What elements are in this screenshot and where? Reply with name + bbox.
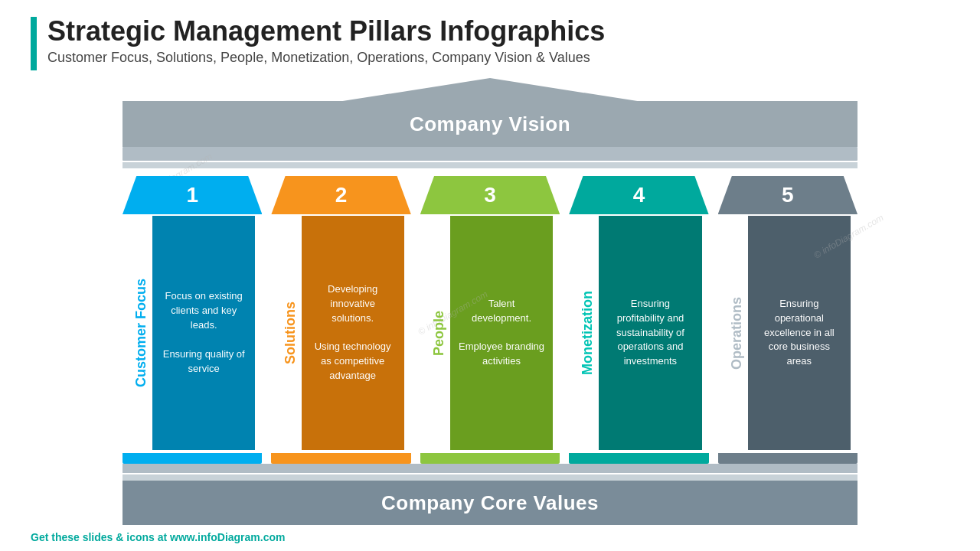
footer-text: Get these slides & icons at www. xyxy=(31,531,198,543)
pillar-2-content: Developing innovative solutions.Using te… xyxy=(302,216,404,450)
pillar-4-content: Ensuring profitability and sustainabilit… xyxy=(599,216,701,450)
pillar-3: 3PeopleTalent development.Employee brand… xyxy=(420,176,560,464)
pillar-5: 5OperationsEnsuring operational excellen… xyxy=(718,176,858,464)
pillar-5-body: OperationsEnsuring operational excellenc… xyxy=(725,216,851,450)
pillar-5-capital: 5 xyxy=(718,176,858,214)
base-main: Company Core Values xyxy=(122,481,858,525)
base-strip-2 xyxy=(122,474,858,481)
teal-accent-bar xyxy=(31,17,37,70)
footer-brand: infoDiagram xyxy=(198,531,260,543)
pillar-5-content: Ensuring operational excellence in all c… xyxy=(748,216,851,450)
pillar-4-capital: 4 xyxy=(569,176,708,214)
infographic: © infoDiagram.com © infoDiagram.com © in… xyxy=(31,78,949,525)
roof-container: Company Vision xyxy=(31,78,949,147)
page-title: Strategic Management Pillars Infographic… xyxy=(47,15,605,47)
pillar-4-side-label: Monetization xyxy=(576,216,599,450)
pillar-1-content-text: Focus on existing clients and key leads.… xyxy=(160,289,247,376)
pillar-1-side-label: Customer Focus xyxy=(129,216,152,450)
pillar-5-content-text: Ensuring operational excellence in all c… xyxy=(756,297,843,369)
columns-area: 1Customer FocusFocus on existing clients… xyxy=(122,168,858,464)
base-strip-1 xyxy=(122,464,858,473)
footer-text2: .com xyxy=(260,531,286,543)
roof: Company Vision xyxy=(122,78,858,147)
pillar-4: 4MonetizationEnsuring profitability and … xyxy=(569,176,708,464)
pillar-2-side-label: Solutions xyxy=(279,216,302,450)
page: Strategic Management Pillars Infographic… xyxy=(0,0,980,551)
footer: Get these slides & icons at www.infoDiag… xyxy=(31,525,949,543)
pillar-1-body: Customer FocusFocus on existing clients … xyxy=(129,216,255,450)
pillar-3-content: Talent development.Employee branding act… xyxy=(450,216,553,450)
pillar-3-capital: 3 xyxy=(420,176,560,214)
pillar-2-body: SolutionsDeveloping innovative solutions… xyxy=(279,216,404,450)
pillar-3-body: PeopleTalent development.Employee brandi… xyxy=(427,216,553,450)
pillar-2-content-text: Developing innovative solutions.Using te… xyxy=(309,282,397,383)
pillar-5-side-label: Operations xyxy=(725,216,748,450)
pillar-3-side-label: People xyxy=(427,216,450,450)
company-core-values-label: Company Core Values xyxy=(381,491,599,515)
pillar-1-content: Focus on existing clients and key leads.… xyxy=(152,216,255,450)
company-vision-label: Company Vision xyxy=(410,112,570,136)
header-text: Strategic Management Pillars Infographic… xyxy=(47,15,605,66)
pillar-5-base xyxy=(718,453,858,464)
pillar-2-capital: 2 xyxy=(271,176,410,214)
roof-label: Company Vision xyxy=(122,101,858,147)
pillar-4-body: MonetizationEnsuring profitability and s… xyxy=(576,216,701,450)
pillar-1-base xyxy=(122,453,262,464)
pillar-2-base xyxy=(271,453,410,464)
pillar-1: 1Customer FocusFocus on existing clients… xyxy=(122,176,262,464)
pillar-4-base xyxy=(569,453,708,464)
base-area: Company Core Values xyxy=(122,464,858,525)
pillar-3-base xyxy=(420,453,560,464)
pillar-1-capital: 1 xyxy=(122,176,262,214)
page-subtitle: Customer Focus, Solutions, People, Monet… xyxy=(47,50,605,66)
pillar-2: 2SolutionsDeveloping innovative solution… xyxy=(271,176,410,464)
pillar-4-content-text: Ensuring profitability and sustainabilit… xyxy=(606,297,694,369)
pillar-3-content-text: Talent development.Employee branding act… xyxy=(458,297,545,369)
architrave-top xyxy=(122,147,858,161)
architrave-bottom xyxy=(122,162,858,168)
header: Strategic Management Pillars Infographic… xyxy=(31,15,949,70)
